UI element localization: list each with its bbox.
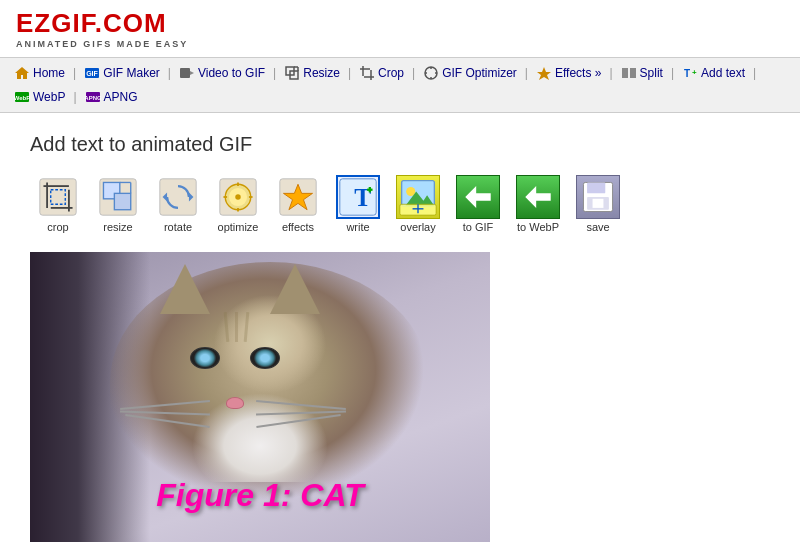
write-tool-icon: T [338, 177, 378, 217]
nav-sep-8: | [671, 66, 674, 80]
nav-sep-7: | [609, 66, 612, 80]
tool-write[interactable]: T write [330, 170, 386, 238]
logo: EZGIF.COM ANIMATED GIFS MADE EASY [16, 8, 784, 49]
effects-tool-icon-wrap [276, 175, 320, 219]
nav-split[interactable]: Split [615, 62, 669, 84]
svg-rect-2 [180, 68, 190, 78]
optimize-tool-label: optimize [218, 221, 259, 233]
to-gif-tool-icon-wrap [456, 175, 500, 219]
logo-sub: ANIMATED GIFS MADE EASY [16, 39, 784, 49]
webp-icon: WebP [14, 89, 30, 105]
split-icon [621, 65, 637, 81]
to-webp-tool-icon [518, 177, 558, 217]
save-tool-icon-wrap [576, 175, 620, 219]
to-gif-tool-icon [458, 177, 498, 217]
optimize-tool-icon-wrap [216, 175, 260, 219]
resize-tool-icon-wrap [96, 175, 140, 219]
house-icon [14, 65, 30, 81]
nav-sep-1: | [73, 66, 76, 80]
svg-rect-65 [593, 199, 604, 208]
stripe-2 [235, 312, 238, 342]
svg-point-47 [235, 194, 240, 199]
to-webp-tool-label: to WebP [517, 221, 559, 233]
logo-text[interactable]: EZGIF.COM [16, 8, 784, 39]
tool-crop[interactable]: crop [30, 170, 86, 238]
nav-webp[interactable]: WebP WebP [8, 86, 71, 108]
nav-resize[interactable]: Resize [278, 62, 346, 84]
effects-tool-label: effects [282, 221, 314, 233]
svg-text:WebP: WebP [14, 95, 30, 101]
cat-right-ear [270, 264, 320, 314]
svg-text:+: + [692, 68, 697, 77]
cat-left-ear [160, 264, 210, 314]
svg-text:GIF: GIF [86, 70, 98, 77]
svg-rect-63 [587, 182, 605, 193]
resize-tool-icon [98, 177, 138, 217]
tool-effects[interactable]: effects [270, 170, 326, 238]
tool-resize[interactable]: resize [90, 170, 146, 238]
crop-tool-icon [38, 177, 78, 217]
write-tool-label: write [346, 221, 369, 233]
svg-marker-61 [525, 186, 550, 208]
cat-canvas: Figure 1: CAT [30, 252, 490, 542]
nav-crop[interactable]: Crop [353, 62, 410, 84]
rotate-tool-icon-wrap [156, 175, 200, 219]
main-content: Add text to animated GIF crop [0, 113, 800, 548]
write-tool-icon-wrap: T [336, 175, 380, 219]
nav-sep-6: | [525, 66, 528, 80]
tool-optimize[interactable]: optimize [210, 170, 266, 238]
optimize-tool-icon [218, 177, 258, 217]
gif-icon: GIF [84, 65, 100, 81]
cat-nose [226, 397, 244, 409]
tool-to-gif[interactable]: to GIF [450, 170, 506, 238]
svg-marker-17 [537, 67, 551, 80]
save-tool-label: save [586, 221, 609, 233]
nav-video-to-gif[interactable]: Video to GIF [173, 62, 271, 84]
nav-sep-4: | [348, 66, 351, 80]
toolbar: crop resize [30, 170, 770, 238]
svg-rect-18 [622, 68, 628, 78]
nav-sep-9: | [753, 66, 756, 80]
text-add-icon: T+ [682, 65, 698, 81]
tool-save[interactable]: save [570, 170, 626, 238]
nav-apng[interactable]: APNG APNG [79, 86, 144, 108]
tool-overlay[interactable]: overlay [390, 170, 446, 238]
crop-icon [359, 65, 375, 81]
to-gif-tool-label: to GIF [463, 221, 494, 233]
svg-rect-19 [630, 68, 636, 78]
cat-left-eye [190, 347, 220, 369]
resize-tool-label: resize [103, 221, 132, 233]
optimize-icon [423, 65, 439, 81]
video-icon [179, 65, 195, 81]
nav-sep-5: | [412, 66, 415, 80]
image-area: Figure 1: CAT [30, 252, 490, 542]
nav-add-text[interactable]: T+ Add text [676, 62, 751, 84]
overlay-tool-icon-wrap [396, 175, 440, 219]
nav-gif-maker[interactable]: GIF GIF Maker [78, 62, 166, 84]
nav-effects[interactable]: Effects » [530, 62, 607, 84]
to-webp-tool-icon-wrap [516, 175, 560, 219]
svg-text:APNG: APNG [85, 95, 101, 101]
effects-tool-icon [278, 177, 318, 217]
svg-rect-26 [40, 179, 76, 215]
nav-sep-10: | [73, 90, 76, 104]
resize-icon [284, 65, 300, 81]
svg-rect-34 [114, 193, 130, 209]
tool-rotate[interactable]: rotate [150, 170, 206, 238]
svg-text:T: T [684, 68, 690, 79]
nav-sep-2: | [168, 66, 171, 80]
tool-to-webp[interactable]: to WebP [510, 170, 566, 238]
crop-tool-label: crop [47, 221, 68, 233]
apng-icon: APNG [85, 89, 101, 105]
page-title: Add text to animated GIF [30, 133, 770, 156]
logo-dot: . [95, 8, 103, 38]
nav-sep-3: | [273, 66, 276, 80]
rotate-tool-label: rotate [164, 221, 192, 233]
nav-gif-optimizer[interactable]: GIF Optimizer [417, 62, 523, 84]
overlay-tool-label: overlay [400, 221, 435, 233]
effects-icon [536, 65, 552, 81]
crop-tool-icon-wrap [36, 175, 80, 219]
nav-home[interactable]: Home [8, 62, 71, 84]
rotate-tool-icon [158, 177, 198, 217]
navbar: Home | GIF GIF Maker | Video to GIF | Re… [0, 58, 800, 113]
